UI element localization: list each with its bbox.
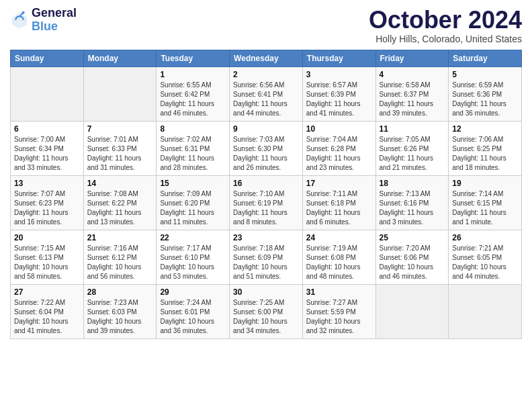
calendar-cell: 31Sunrise: 7:27 AMSunset: 5:59 PMDayligh… [302,284,375,338]
day-info: Sunrise: 6:57 AMSunset: 6:39 PMDaylight:… [306,81,372,118]
calendar-cell: 26Sunrise: 7:21 AMSunset: 6:05 PMDayligh… [449,230,522,284]
weekday-header-tuesday: Tuesday [157,50,230,66]
day-info: Sunrise: 7:00 AMSunset: 6:34 PMDaylight:… [14,135,80,173]
calendar-cell: 1Sunrise: 6:55 AMSunset: 6:42 PMDaylight… [157,66,230,121]
day-info: Sunrise: 7:02 AMSunset: 6:31 PMDaylight:… [160,135,226,173]
calendar-cell: 13Sunrise: 7:07 AMSunset: 6:23 PMDayligh… [11,175,84,230]
svg-marker-0 [12,13,27,29]
day-info: Sunrise: 7:27 AMSunset: 5:59 PMDaylight:… [306,298,372,336]
calendar-cell: 2Sunrise: 6:56 AMSunset: 6:41 PMDaylight… [230,66,303,121]
calendar-week-2: 6Sunrise: 7:00 AMSunset: 6:34 PMDaylight… [11,121,522,175]
day-info: Sunrise: 7:19 AMSunset: 6:08 PMDaylight:… [306,244,372,281]
day-number: 18 [380,179,445,188]
weekday-header-saturday: Saturday [449,50,522,66]
calendar-body: 1Sunrise: 6:55 AMSunset: 6:42 PMDaylight… [11,66,522,338]
weekday-header-friday: Friday [375,50,449,66]
day-number: 2 [233,70,299,79]
day-number: 23 [233,233,299,242]
calendar-cell: 28Sunrise: 7:23 AMSunset: 6:03 PMDayligh… [83,284,157,338]
calendar-week-3: 13Sunrise: 7:07 AMSunset: 6:23 PMDayligh… [11,175,522,230]
day-info: Sunrise: 7:11 AMSunset: 6:18 PMDaylight:… [306,189,372,227]
calendar-cell: 5Sunrise: 6:59 AMSunset: 6:36 PMDaylight… [449,66,522,121]
day-number: 28 [87,287,153,297]
day-number: 11 [380,124,445,134]
day-info: Sunrise: 7:20 AMSunset: 6:06 PMDaylight:… [380,244,445,281]
day-number: 6 [14,124,80,134]
day-number: 29 [160,287,226,297]
month-title: October 2024 [369,7,522,34]
calendar-cell [449,284,522,338]
day-number: 27 [14,287,80,297]
logo-line1: General [32,7,77,20]
calendar-cell [83,66,157,121]
day-number: 15 [160,179,226,188]
day-info: Sunrise: 7:03 AMSunset: 6:30 PMDaylight:… [233,135,299,173]
day-info: Sunrise: 7:21 AMSunset: 6:05 PMDaylight:… [452,244,518,281]
day-number: 8 [160,124,226,134]
day-number: 1 [160,70,226,79]
day-info: Sunrise: 6:58 AMSunset: 6:37 PMDaylight:… [380,81,445,118]
day-info: Sunrise: 7:09 AMSunset: 6:20 PMDaylight:… [160,189,226,227]
calendar-cell: 27Sunrise: 7:22 AMSunset: 6:04 PMDayligh… [11,284,84,338]
weekday-header-sunday: Sunday [11,50,84,66]
day-info: Sunrise: 7:08 AMSunset: 6:22 PMDaylight:… [87,189,153,227]
day-info: Sunrise: 7:17 AMSunset: 6:10 PMDaylight:… [160,244,226,281]
logo: General Blue [10,7,77,34]
day-info: Sunrise: 7:04 AMSunset: 6:28 PMDaylight:… [306,135,372,173]
weekday-header-wednesday: Wednesday [230,50,303,66]
page-header: General Blue October 2024 Holly Hills, C… [10,7,522,44]
day-info: Sunrise: 7:24 AMSunset: 6:01 PMDaylight:… [160,298,226,336]
weekday-header-thursday: Thursday [302,50,375,66]
calendar-cell: 29Sunrise: 7:24 AMSunset: 6:01 PMDayligh… [157,284,230,338]
calendar-cell: 7Sunrise: 7:01 AMSunset: 6:33 PMDaylight… [83,121,157,175]
calendar-cell: 18Sunrise: 7:13 AMSunset: 6:16 PMDayligh… [375,175,449,230]
calendar-cell [11,66,84,121]
calendar-week-1: 1Sunrise: 6:55 AMSunset: 6:42 PMDaylight… [11,66,522,121]
day-number: 17 [306,179,372,188]
day-info: Sunrise: 6:59 AMSunset: 6:36 PMDaylight:… [452,81,518,118]
calendar-cell: 17Sunrise: 7:11 AMSunset: 6:18 PMDayligh… [302,175,375,230]
calendar-cell: 14Sunrise: 7:08 AMSunset: 6:22 PMDayligh… [83,175,157,230]
calendar-cell [375,284,449,338]
calendar-header: SundayMondayTuesdayWednesdayThursdayFrid… [11,50,522,66]
day-info: Sunrise: 6:55 AMSunset: 6:42 PMDaylight:… [160,81,226,118]
location: Holly Hills, Colorado, United States [369,34,522,44]
day-number: 12 [452,124,518,134]
day-number: 25 [380,233,445,242]
calendar-cell: 6Sunrise: 7:00 AMSunset: 6:34 PMDaylight… [11,121,84,175]
logo-text: General Blue [32,7,77,34]
day-info: Sunrise: 7:18 AMSunset: 6:09 PMDaylight:… [233,244,299,281]
day-info: Sunrise: 7:15 AMSunset: 6:13 PMDaylight:… [14,244,80,281]
weekday-header-monday: Monday [83,50,157,66]
day-number: 14 [87,179,153,188]
day-info: Sunrise: 7:23 AMSunset: 6:03 PMDaylight:… [87,298,153,336]
calendar-week-5: 27Sunrise: 7:22 AMSunset: 6:04 PMDayligh… [11,284,522,338]
calendar-cell: 10Sunrise: 7:04 AMSunset: 6:28 PMDayligh… [302,121,375,175]
calendar-cell: 23Sunrise: 7:18 AMSunset: 6:09 PMDayligh… [230,230,303,284]
day-number: 10 [306,124,372,134]
day-number: 31 [306,287,372,297]
day-info: Sunrise: 7:16 AMSunset: 6:12 PMDaylight:… [87,244,153,281]
day-info: Sunrise: 7:13 AMSunset: 6:16 PMDaylight:… [380,189,445,227]
day-number: 4 [380,70,445,79]
day-number: 21 [87,233,153,242]
calendar-cell: 21Sunrise: 7:16 AMSunset: 6:12 PMDayligh… [83,230,157,284]
day-info: Sunrise: 7:07 AMSunset: 6:23 PMDaylight:… [14,189,80,227]
calendar-cell: 25Sunrise: 7:20 AMSunset: 6:06 PMDayligh… [375,230,449,284]
calendar-cell: 30Sunrise: 7:25 AMSunset: 6:00 PMDayligh… [230,284,303,338]
day-number: 20 [14,233,80,242]
day-info: Sunrise: 7:05 AMSunset: 6:26 PMDaylight:… [380,135,445,173]
calendar-cell: 12Sunrise: 7:06 AMSunset: 6:25 PMDayligh… [449,121,522,175]
logo-icon [10,11,29,30]
day-number: 24 [306,233,372,242]
calendar-cell: 22Sunrise: 7:17 AMSunset: 6:10 PMDayligh… [157,230,230,284]
day-info: Sunrise: 7:01 AMSunset: 6:33 PMDaylight:… [87,135,153,173]
calendar-cell: 11Sunrise: 7:05 AMSunset: 6:26 PMDayligh… [375,121,449,175]
day-info: Sunrise: 7:14 AMSunset: 6:15 PMDaylight:… [452,189,518,227]
day-number: 7 [87,124,153,134]
day-number: 16 [233,179,299,188]
day-number: 3 [306,70,372,79]
calendar-cell: 4Sunrise: 6:58 AMSunset: 6:37 PMDaylight… [375,66,449,121]
day-info: Sunrise: 7:10 AMSunset: 6:19 PMDaylight:… [233,189,299,227]
day-info: Sunrise: 7:25 AMSunset: 6:00 PMDaylight:… [233,298,299,336]
